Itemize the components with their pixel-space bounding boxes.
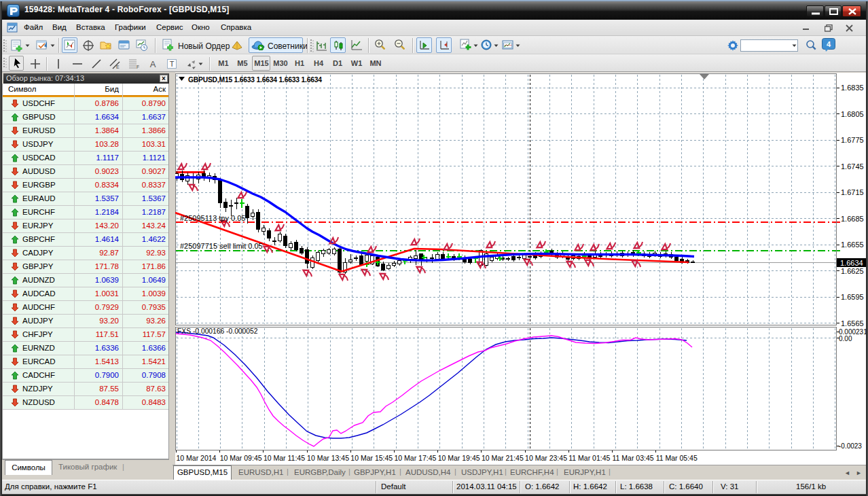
svg-text:10 Mar 19:45: 10 Mar 19:45 [438, 454, 480, 462]
svg-text:11 Mar 01:45: 11 Mar 01:45 [568, 454, 610, 462]
svg-text:1.6565: 1.6565 [841, 319, 864, 327]
svg-text:F: F [137, 65, 139, 69]
svg-text:T: T [170, 60, 175, 68]
svg-text:10 Mar 23:45: 10 Mar 23:45 [525, 454, 567, 462]
svg-text:10 Mar 2014: 10 Mar 2014 [177, 454, 217, 462]
svg-text:#25097715 sell limit 0.05: #25097715 sell limit 0.05 [180, 242, 263, 250]
svg-text:4: 4 [827, 40, 831, 48]
svg-text:FXS -0.000166 -0.000052: FXS -0.000166 -0.000052 [177, 327, 258, 335]
svg-text:1.6595: 1.6595 [841, 293, 864, 301]
svg-text:1.6655: 1.6655 [841, 241, 864, 249]
svg-text:10 Mar 21:45: 10 Mar 21:45 [482, 454, 524, 462]
svg-text:10 Mar 11:45: 10 Mar 11:45 [264, 454, 305, 462]
svg-text:E: E [116, 65, 120, 69]
svg-text:A: A [150, 59, 156, 69]
svg-text:10 Mar 15:45: 10 Mar 15:45 [350, 454, 393, 462]
svg-text:0.00: 0.00 [839, 335, 852, 342]
svg-text:GBPUSD,M15 1.6633 1.6634 1.66: GBPUSD,M15 1.6633 1.6634 1.6633 1.6634 [188, 76, 322, 84]
svg-text:1.6715: 1.6715 [841, 188, 864, 196]
svg-text:1.6745: 1.6745 [841, 162, 864, 171]
svg-text:1.6625: 1.6625 [841, 267, 864, 275]
svg-text:10 Mar 13:45: 10 Mar 13:45 [307, 454, 349, 462]
svg-text:1.6685: 1.6685 [841, 215, 864, 223]
svg-text:#25095113 tpy 0.05: #25095113 tpy 0.05 [180, 214, 245, 222]
svg-text:11 Mar 03:45: 11 Mar 03:45 [613, 454, 654, 462]
svg-text:1.6634: 1.6634 [840, 259, 863, 267]
svg-text:1.6775: 1.6775 [841, 136, 864, 144]
svg-text:-0.0023: -0.0023 [839, 442, 862, 450]
svg-text:11 Mar 05:45: 11 Mar 05:45 [656, 454, 698, 462]
svg-text:1.6835: 1.6835 [841, 84, 864, 92]
svg-text:10 Mar 09:45: 10 Mar 09:45 [220, 454, 262, 462]
svg-text:10 Mar 17:45: 10 Mar 17:45 [395, 454, 437, 462]
svg-text:1.6805: 1.6805 [841, 110, 864, 118]
